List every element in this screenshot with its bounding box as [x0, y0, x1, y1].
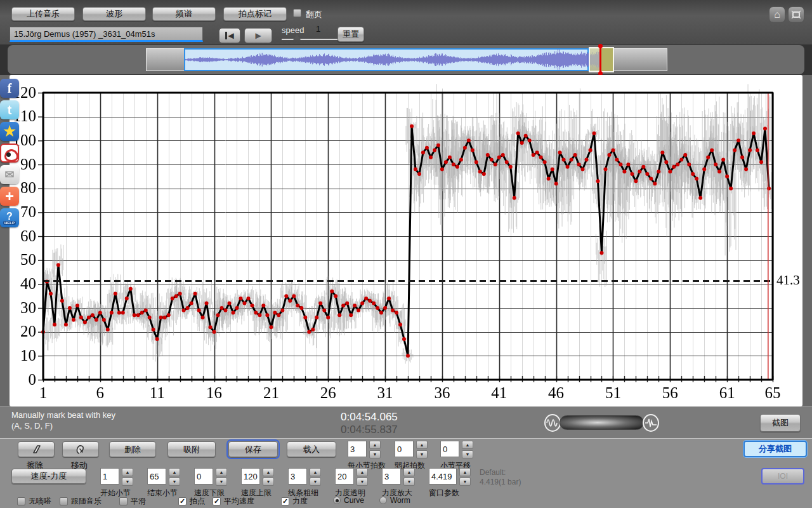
page-turn-label: 翻页: [306, 9, 322, 20]
radio-curve[interactable]: Curve: [333, 496, 364, 505]
speed-slider-thumb[interactable]: [293, 34, 301, 40]
snap-button[interactable]: 吸附: [167, 441, 216, 457]
erase-tool-button[interactable]: [18, 441, 55, 457]
waveform-playhead[interactable]: [599, 45, 601, 74]
average-tempo-checkbox[interactable]: ✓: [213, 497, 221, 505]
tempo-chart-panel: [10, 75, 802, 406]
rewind-icon: ◀: [228, 31, 233, 40]
play-icon: ▶: [255, 31, 261, 40]
top-toolbar: 上传音乐 波形 频谱 拍点标记 ✓ 翻页 15.Jörg Demus (1957…: [0, 0, 812, 44]
ioi-button[interactable]: IOI: [761, 468, 804, 485]
curve-label: Curve: [344, 496, 364, 505]
window-param-input[interactable]: 4.419: [429, 468, 457, 485]
tempo-max-stepper[interactable]: ▲▼: [263, 468, 274, 485]
song-title-field[interactable]: 15.Jörg Demus (1957) _3631_04m51s: [10, 27, 203, 42]
smooth-label: 平滑: [131, 496, 146, 507]
envelope-glyph: ✉: [4, 168, 14, 182]
checkbox-beat-points[interactable]: ✓ 拍点: [178, 496, 205, 507]
checkbox-dynamics[interactable]: ✓ 力度: [281, 496, 308, 507]
time-position: 0:04:54.065: [341, 411, 398, 424]
fullscreen-icon: [791, 10, 801, 19]
checkbox-no-tick[interactable]: ✓ 无嘀嗒: [17, 496, 51, 507]
rewind-button[interactable]: ◀: [219, 28, 240, 43]
share-plus-icon[interactable]: +: [0, 187, 19, 206]
help-icon[interactable]: ? HELP: [0, 208, 19, 227]
plus-glyph: +: [5, 187, 14, 205]
checkbox-follow-music[interactable]: ✓ 跟随音乐: [60, 496, 102, 507]
facebook-glyph: f: [8, 81, 12, 96]
start-bar-stepper[interactable]: ▲▼: [122, 468, 133, 485]
curve-radio[interactable]: [333, 497, 341, 504]
end-bar-stepper[interactable]: ▲▼: [169, 468, 180, 485]
tempo-curve-chart[interactable]: [10, 75, 802, 406]
window-param-default: Default: 4.419(1 bar): [480, 468, 521, 487]
twitter-icon[interactable]: t: [0, 100, 19, 119]
rewind-bar-icon: [225, 32, 227, 39]
window-param-label: 窗口参数: [429, 488, 459, 498]
dyn-gain-stepper[interactable]: ▲▼: [403, 468, 415, 485]
save-button[interactable]: 保存: [228, 441, 278, 457]
follow-music-checkbox[interactable]: ✓: [60, 497, 68, 505]
pickup-beats-input[interactable]: 0: [395, 441, 414, 457]
radio-worm[interactable]: Worm: [379, 496, 410, 505]
home-button[interactable]: ⌂: [769, 6, 785, 23]
line-width-stepper[interactable]: ▲▼: [310, 468, 321, 485]
manual-beat-hint: Manually mark beat with key (A, S, D, F): [11, 410, 115, 431]
waveform-button[interactable]: 波形: [82, 7, 146, 21]
line-width-input[interactable]: 3: [288, 468, 307, 485]
tempo-min-stepper[interactable]: ▲▼: [216, 468, 227, 485]
worm-radio[interactable]: [379, 497, 387, 504]
delete-button[interactable]: 删除: [109, 441, 156, 457]
beats-per-bar-stepper[interactable]: ▲▼: [369, 441, 381, 457]
zoom-out-wave-icon[interactable]: [642, 414, 660, 432]
bar-shift-input[interactable]: 0: [440, 441, 459, 457]
dyn-opacity-input[interactable]: 20: [335, 468, 354, 485]
share-screenshot-button[interactable]: 分享截图: [743, 441, 807, 457]
facebook-icon[interactable]: f: [0, 79, 19, 98]
reset-speed-button[interactable]: 重置: [337, 27, 364, 42]
upload-music-button[interactable]: 上传音乐: [11, 7, 75, 21]
page-turn-checkbox[interactable]: ✓: [293, 9, 301, 17]
beat-points-checkbox[interactable]: ✓: [178, 497, 187, 505]
play-button[interactable]: ▶: [244, 28, 272, 43]
average-tempo-label: 平均速度: [224, 496, 254, 507]
waveform-strip: [0, 44, 812, 75]
dyn-opacity-stepper[interactable]: ▲▼: [357, 468, 368, 485]
bar-shift-stepper[interactable]: ▲▼: [462, 441, 473, 457]
smooth-checkbox[interactable]: ✓: [119, 497, 128, 505]
checkbox-average-tempo[interactable]: ✓ 平均速度: [213, 496, 254, 507]
fullscreen-button[interactable]: [788, 6, 804, 23]
time-total: 0:04:55.837: [341, 424, 398, 436]
tempo-min-input[interactable]: 0: [194, 468, 213, 485]
speed-label: speed: [282, 25, 304, 35]
zoom-in-wave-icon[interactable]: [544, 414, 561, 432]
window-param-stepper[interactable]: ▲▼: [459, 468, 471, 485]
start-bar-input[interactable]: 1: [100, 468, 119, 485]
dyn-gain-input[interactable]: 3: [382, 468, 401, 485]
weibo-icon[interactable]: [0, 144, 19, 163]
load-button[interactable]: 载入: [287, 441, 336, 457]
speed-value: 1: [316, 24, 320, 34]
mail-icon[interactable]: ✉: [0, 165, 19, 184]
dynamics-checkbox[interactable]: ✓: [281, 497, 289, 505]
move-tool-button[interactable]: [62, 441, 99, 457]
screenshot-button[interactable]: 截图: [760, 414, 801, 432]
wave-zoom-slider[interactable]: [560, 415, 644, 430]
follow-music-label: 跟随音乐: [71, 496, 102, 507]
speed-slider-track[interactable]: [282, 39, 337, 40]
tempo-max-input[interactable]: 120: [241, 468, 260, 485]
checkbox-smooth[interactable]: ✓ 平滑: [119, 496, 146, 507]
status-bar: Manually mark beat with key (A, S, D, F)…: [0, 406, 812, 438]
beats-per-bar-input[interactable]: 3: [348, 441, 367, 457]
qzone-star-icon[interactable]: ★: [0, 122, 19, 141]
beat-mark-button[interactable]: 拍点标记: [223, 7, 287, 21]
tempo-dynamics-button[interactable]: 速度-力度: [11, 469, 86, 484]
worm-label: Worm: [390, 496, 410, 505]
pickup-beats-stepper[interactable]: ▲▼: [416, 441, 428, 457]
waveform-panel: [8, 45, 804, 74]
no-tick-label: 无嘀嗒: [29, 496, 51, 507]
end-bar-input[interactable]: 65: [147, 468, 166, 485]
spectrum-button[interactable]: 频谱: [152, 7, 216, 21]
no-tick-checkbox[interactable]: ✓: [17, 497, 25, 505]
home-icon: ⌂: [774, 9, 780, 20]
